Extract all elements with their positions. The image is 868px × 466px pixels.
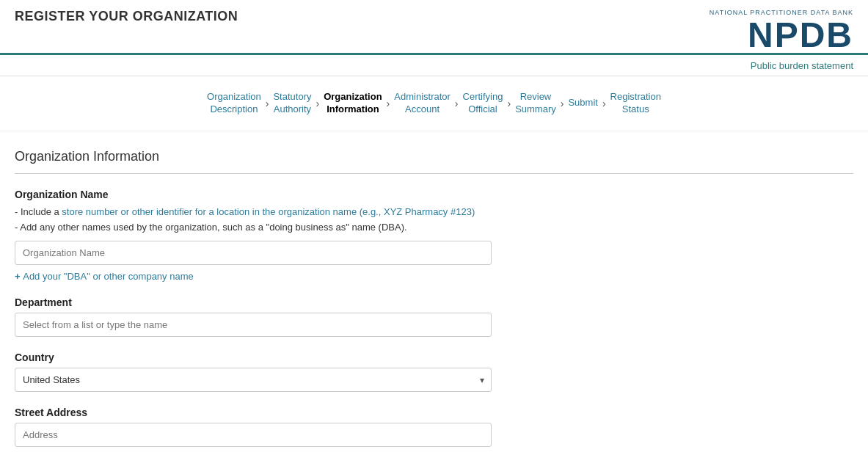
section-title: Organization Information — [15, 149, 853, 164]
org-name-label: Organization Name — [15, 189, 853, 200]
step-label-review-summary: ReviewSummary — [515, 91, 556, 116]
step-label-registration-status: RegistrationStatus — [610, 91, 661, 116]
page-header: REGISTER YOUR ORGANIZATION National Prac… — [0, 0, 868, 55]
top-link-bar: Public burden statement — [0, 55, 868, 76]
country-label: Country — [15, 352, 853, 363]
step-arrow-1: › — [266, 98, 269, 109]
step-administrator-account[interactable]: AdministratorAccount — [394, 91, 451, 116]
org-name-input[interactable] — [15, 241, 492, 265]
step-submit[interactable]: Submit — [568, 97, 597, 109]
section-divider — [15, 173, 853, 174]
step-arrow-2: › — [316, 98, 319, 109]
step-arrow-7: › — [602, 98, 606, 109]
country-select[interactable]: United States Canada Mexico Other — [15, 368, 492, 392]
step-arrow-4: › — [455, 98, 459, 109]
step-arrow-5: › — [507, 98, 511, 109]
add-dba-link[interactable]: Add your "DBA" or other company name — [15, 271, 194, 282]
step-label-org-information: OrganizationInformation — [324, 91, 382, 116]
org-name-hint: - Include a store number or other identi… — [15, 205, 853, 236]
logo-text: NPDB — [748, 15, 853, 54]
main-content: Organization Information Organization Na… — [0, 131, 868, 466]
step-arrow-3: › — [387, 98, 390, 109]
department-input[interactable] — [15, 313, 492, 337]
step-arrow-6: › — [561, 98, 564, 109]
department-label: Department — [15, 296, 853, 308]
street-address-group: Street Address — [15, 407, 853, 447]
public-burden-link[interactable]: Public burden statement — [751, 60, 853, 71]
department-group: Department — [15, 296, 853, 337]
step-org-description[interactable]: OrganizationDescription — [207, 91, 261, 116]
street-address-input[interactable] — [15, 423, 492, 447]
country-group: Country United States Canada Mexico Othe… — [15, 352, 853, 392]
step-label-statutory-authority: StatutoryAuthority — [273, 91, 311, 116]
page-title: REGISTER YOUR ORGANIZATION — [15, 9, 238, 33]
step-registration-status[interactable]: RegistrationStatus — [610, 91, 661, 116]
country-select-wrapper: United States Canada Mexico Other ▾ — [15, 368, 492, 392]
step-certifying-official[interactable]: CertifyingOfficial — [463, 91, 503, 116]
step-label-org-description: OrganizationDescription — [207, 91, 261, 116]
logo-area: National Practitioner Data Bank NPDB — [710, 9, 853, 53]
steps-nav: OrganizationDescription › StatutoryAutho… — [0, 76, 868, 131]
step-label-administrator-account: AdministratorAccount — [394, 91, 451, 116]
step-statutory-authority[interactable]: StatutoryAuthority — [273, 91, 311, 116]
org-name-group: Organization Name - Include a store numb… — [15, 189, 853, 283]
step-label-certifying-official: CertifyingOfficial — [463, 91, 503, 116]
step-review-summary[interactable]: ReviewSummary — [515, 91, 556, 116]
step-label-submit: Submit — [568, 97, 597, 109]
street-address-label: Street Address — [15, 407, 853, 418]
step-org-information[interactable]: OrganizationInformation — [324, 91, 382, 116]
org-name-hint-link[interactable]: store number or other identifier for a l… — [62, 206, 475, 217]
